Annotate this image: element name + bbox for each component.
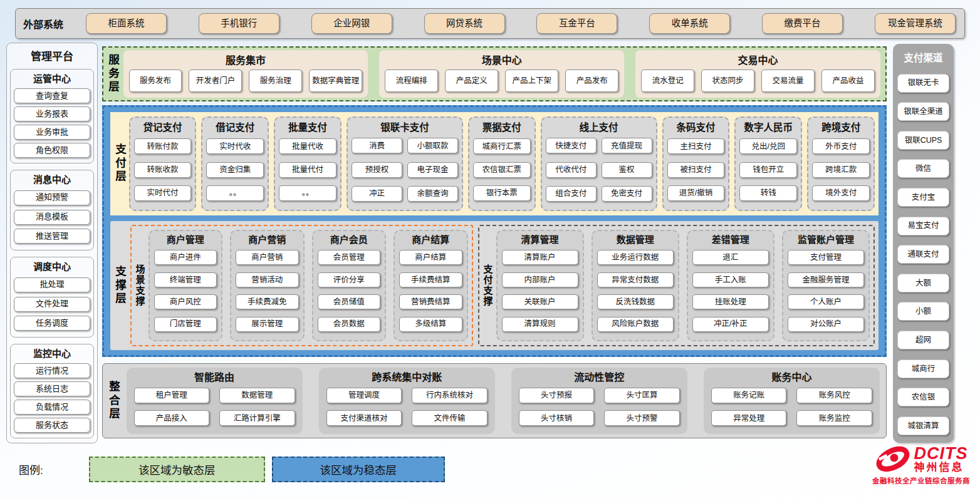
channel-box: 大额: [897, 274, 949, 292]
item-box: 风险账户数据: [597, 317, 674, 332]
channel-box: 支付宝: [897, 188, 949, 207]
external-system-box: 互金平台: [536, 13, 617, 34]
support-group: 商户管理商户进件终端管理商户风控门店管理: [149, 230, 223, 341]
item-box: 反洗钱数据: [597, 294, 674, 309]
integration-layer-groups: 智能路由租户管理数据管理产品接入汇路计算引擎跨系统集中对账管理调度行内系统核对支…: [127, 368, 880, 434]
item-box: 运行情况: [14, 363, 90, 378]
group-title: 服务集市: [129, 52, 363, 67]
item-box: 账务记账: [711, 388, 787, 403]
item-box: 手工入账: [692, 272, 769, 287]
item-box: 批处理: [14, 277, 90, 292]
item-box: 门店管理: [154, 317, 217, 332]
item-box: 服务发布: [129, 70, 182, 92]
management-section-card: 监控中心运行情况系统日志负载情况服务状态: [10, 344, 94, 438]
column-items: 转账付款转账收款实时代付: [134, 135, 192, 205]
item-box: 批量代付: [279, 162, 336, 178]
logo-swirl-icon: [875, 445, 911, 473]
integration-group: 流动性管控头寸预报头寸匡算头寸核销头寸预警: [511, 368, 687, 434]
item-box: 代收代付: [546, 162, 597, 178]
payment-support-label: 支付支撑: [483, 230, 493, 341]
payment-support-box: 支付支撑 清算管理清算账户内部账户关联账户清算规则数据管理业务运行数据异常支付数…: [478, 225, 875, 346]
item-box: 通知预警: [14, 190, 90, 205]
item-box: 头寸核销: [519, 410, 595, 426]
item-box: 转钱: [739, 185, 797, 201]
channel-box: 城银清算: [897, 416, 949, 435]
item-box: 数据管理: [219, 388, 295, 403]
item-box: 异常支付数据: [597, 272, 674, 287]
column-title: 条码支付: [667, 120, 725, 133]
payment-column: 数字人民币兑出/兑回钱包开立转钱: [734, 116, 802, 211]
group-title: 差错管理: [692, 232, 769, 245]
item-box: 查询查复: [14, 88, 90, 103]
item-box: 。。: [206, 185, 264, 201]
external-system-box: 收单系统: [649, 13, 730, 34]
service-layer-label: 服务层: [107, 54, 118, 95]
logo-row: DCITS 神州信息: [875, 445, 968, 473]
group-items: 会员管理评价分享会员储值会员数据: [318, 247, 381, 335]
item-box: 冲正: [352, 186, 402, 202]
service-group: 服务集市服务发布开发者门户服务治理数据字典管理: [123, 50, 368, 98]
item-box: 终端管理: [154, 272, 217, 287]
stable-zone: 支付层 贷记支付转账付款转账收款实时代付借记支付实时代收资金归集。。批量支付批量…: [102, 105, 887, 357]
item-box: 账务监控: [796, 410, 872, 426]
item-box: 商户结算: [399, 250, 462, 265]
section-items: 运行情况系统日志负载情况服务状态: [14, 363, 90, 433]
channel-box: 银联CUPS: [897, 131, 949, 150]
item-box: 评价分享: [318, 272, 381, 287]
external-systems-list: 柜面系统手机银行企业网银网贷系统互金平台收单系统缴费平台现金管理系统: [83, 13, 958, 34]
item-box: 主扫支付: [667, 138, 725, 154]
item-box: 业务审批: [14, 125, 90, 140]
support-layer: 支撑层 场景支撑 商户管理商户进件终端管理商户风控门店管理商户营销商户营销营销活…: [110, 221, 878, 350]
item-box: 数据字典管理: [309, 70, 362, 92]
item-box: 快捷支付: [546, 138, 597, 153]
item-box: 银行本票: [473, 185, 531, 201]
integration-layer-label: 整合层: [108, 381, 119, 421]
item-box: 充值提现: [602, 138, 652, 153]
item-box: 角色权限: [14, 143, 90, 158]
group-title: 清算管理: [502, 232, 578, 245]
external-systems-title: 外部系统: [23, 16, 83, 31]
item-box: 兑出/兑回: [739, 138, 797, 154]
payment-column: 线上支付快捷支付充值提现代收代付鉴权组合支付免密支付: [541, 116, 657, 211]
item-box: 被扫支付: [667, 162, 725, 178]
item-box: 支付管理: [788, 250, 864, 265]
column-title: 银联卡支付: [352, 120, 458, 133]
group-items: 头寸预报头寸匡算头寸核销头寸预警: [519, 385, 680, 428]
item-box: 关联账户: [502, 294, 578, 309]
support-group: 清算管理清算账户内部账户关联账户清算规则: [496, 230, 584, 341]
column-items: 城商行汇票农信银汇票银行本票: [473, 135, 531, 205]
support-layer-label: 支撑层: [114, 225, 125, 346]
external-system-box: 柜面系统: [86, 13, 167, 34]
group-items: 业务运行数据异常支付数据反洗钱数据风险账户数据: [597, 247, 674, 335]
item-box: 手续费结算: [399, 272, 462, 287]
item-box: 批量代收: [279, 138, 336, 154]
section-title: 运管中心: [14, 71, 90, 85]
column-title: 贷记支付: [134, 120, 192, 133]
section-title: 监控中心: [14, 346, 90, 359]
section-title: 消息中心: [14, 172, 90, 185]
item-box: 产品上下架: [505, 70, 558, 92]
item-box: 头寸预报: [519, 388, 595, 403]
item-box: 鉴权: [602, 162, 652, 178]
item-box: 文件处理: [14, 297, 90, 312]
item-box: 内部账户: [502, 272, 578, 287]
item-box: 退货/撤销: [667, 185, 725, 201]
item-box: 个人账户: [788, 294, 864, 309]
item-box: 交易流量: [761, 70, 815, 92]
item-box: 服务治理: [249, 70, 302, 92]
item-box: 流程编排: [385, 70, 438, 92]
item-box: 头寸预警: [604, 410, 680, 426]
item-box: 营销活动: [236, 272, 299, 287]
logo-tagline: 金融科技全产业链综合服务商: [872, 475, 970, 485]
item-box: 产品发布: [565, 70, 618, 92]
payment-channels-title: 支付渠道: [897, 50, 949, 64]
group-items: 管理调度行内系统核对支付渠道核对文件传输: [326, 385, 487, 428]
external-system-box: 网贷系统: [424, 13, 505, 34]
section-title: 调度中心: [14, 259, 90, 272]
legend: 图例: 该区域为敏态层 该区域为稳态层: [19, 457, 445, 482]
external-system-box: 企业网银: [311, 13, 392, 34]
item-box: 清算账户: [502, 250, 578, 265]
management-sections: 运管中心查询查复业务报表业务审批角色权限消息中心通知预警消息模板推送管理调度中心…: [10, 69, 94, 438]
group-title: 数据管理: [597, 232, 674, 245]
column-items: 兑出/兑回钱包开立转钱: [739, 135, 797, 205]
